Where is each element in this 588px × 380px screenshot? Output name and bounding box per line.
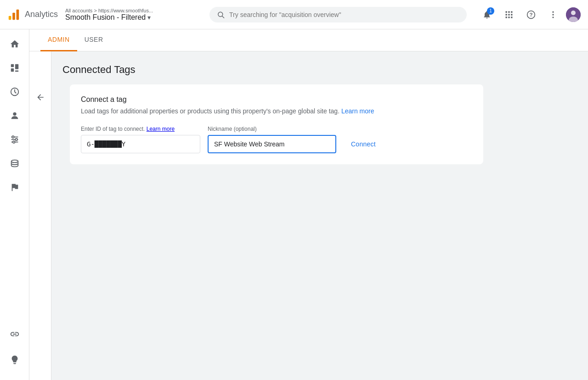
svg-rect-12 <box>508 17 509 18</box>
chevron-down-icon: ▾ <box>147 14 151 21</box>
svg-point-17 <box>552 14 554 15</box>
nickname-label: Nickname (optional) <box>208 126 336 132</box>
card-title: Connect a tag <box>81 95 472 104</box>
tag-id-input[interactable] <box>81 135 200 153</box>
tag-id-field: Enter ID of tag to connect. Learn more <box>81 126 200 153</box>
svg-rect-13 <box>511 17 512 18</box>
nickname-field: Nickname (optional) <box>208 126 336 153</box>
svg-point-16 <box>552 11 554 12</box>
back-button[interactable] <box>31 88 50 106</box>
more-vert-icon <box>548 10 558 19</box>
search-input[interactable] <box>229 11 459 18</box>
person-icon <box>10 111 20 121</box>
svg-text:?: ? <box>529 11 532 17</box>
logo-area: Analytics <box>7 8 58 21</box>
property-name[interactable]: Smooth Fusion - Filtered ▾ <box>65 13 153 22</box>
page-header: Connected Tags <box>40 62 577 77</box>
svg-rect-2 <box>17 9 19 19</box>
flag-icon <box>10 182 20 192</box>
help-button[interactable]: ? <box>522 6 540 24</box>
svg-point-27 <box>13 112 16 116</box>
svg-point-32 <box>15 139 17 141</box>
connect-tag-card: Connect a tag Load tags for additional p… <box>70 84 483 164</box>
svg-rect-11 <box>506 17 507 18</box>
svg-point-18 <box>552 17 554 18</box>
tag-id-label: Enter ID of tag to connect. Learn more <box>81 126 200 132</box>
svg-rect-7 <box>511 11 512 12</box>
home-icon <box>10 39 20 49</box>
tune-icon <box>10 134 20 145</box>
tab-admin[interactable]: ADMIN <box>40 29 77 51</box>
sidebar-item-home[interactable] <box>4 33 26 55</box>
back-panel <box>29 51 51 380</box>
sidebar-bottom <box>4 323 26 380</box>
search-area <box>209 7 467 22</box>
breadcrumb: All accounts > https://www.smoothfus... <box>65 8 153 13</box>
sidebar-item-users[interactable] <box>4 105 26 127</box>
arrow-back-icon <box>36 93 45 102</box>
svg-rect-25 <box>15 71 18 72</box>
sidebar <box>0 29 29 380</box>
nickname-input[interactable] <box>208 135 336 153</box>
header-actions: 1 ? <box>478 6 581 24</box>
svg-rect-23 <box>11 68 13 72</box>
app-name: Analytics <box>25 10 58 19</box>
svg-rect-22 <box>11 64 13 67</box>
apps-icon <box>504 10 514 19</box>
tabs-bar: ADMIN USER <box>29 29 588 51</box>
learn-more-link-description[interactable]: Learn more <box>341 107 374 115</box>
search-icon <box>217 11 225 19</box>
app-header: Analytics All accounts > https://www.smo… <box>0 0 588 29</box>
sidebar-item-realtime[interactable] <box>4 81 26 103</box>
svg-point-31 <box>12 136 14 138</box>
more-options-button[interactable] <box>544 6 562 24</box>
sidebar-item-storage[interactable] <box>4 152 26 174</box>
storage-icon <box>10 158 20 168</box>
sidebar-item-flag[interactable] <box>4 176 26 198</box>
svg-point-33 <box>12 141 15 143</box>
content-area: Connected Tags Connect a tag Load tags f… <box>29 51 588 380</box>
link-icon <box>10 329 20 339</box>
apps-button[interactable] <box>500 6 518 24</box>
analytics-logo-icon <box>7 8 20 21</box>
svg-line-4 <box>222 16 224 18</box>
sidebar-item-link[interactable] <box>4 323 26 345</box>
svg-rect-1 <box>12 12 15 19</box>
svg-point-20 <box>571 11 576 15</box>
avatar[interactable] <box>566 7 581 22</box>
clock-icon <box>10 87 20 97</box>
svg-rect-9 <box>508 14 509 15</box>
connect-button[interactable]: Connect <box>344 135 383 153</box>
notification-badge: 1 <box>487 7 494 15</box>
lightbulb-icon <box>10 355 20 365</box>
svg-rect-0 <box>9 16 11 19</box>
page-title: Connected Tags <box>62 64 136 76</box>
main-content: ADMIN USER Connected Tags Connect a tag … <box>29 29 588 380</box>
help-icon: ? <box>526 10 536 19</box>
svg-rect-6 <box>508 11 509 12</box>
svg-rect-24 <box>15 64 18 69</box>
svg-rect-8 <box>506 14 507 15</box>
svg-rect-10 <box>511 14 512 15</box>
dashboard-icon <box>10 63 20 73</box>
form-row: Enter ID of tag to connect. Learn more N… <box>81 126 472 153</box>
sidebar-item-dashboard[interactable] <box>4 57 26 79</box>
sidebar-item-acquisition[interactable] <box>4 129 26 151</box>
svg-point-34 <box>11 160 18 163</box>
card-description: Load tags for additional properties or p… <box>81 107 472 115</box>
tab-user[interactable]: USER <box>77 29 111 51</box>
learn-more-link-tag[interactable]: Learn more <box>147 126 175 132</box>
svg-rect-5 <box>506 11 507 12</box>
property-selector[interactable]: All accounts > https://www.smoothfus... … <box>65 8 153 22</box>
notifications-button[interactable]: 1 <box>478 6 496 24</box>
search-box[interactable] <box>209 7 467 22</box>
sidebar-item-lightbulb[interactable] <box>4 349 26 371</box>
